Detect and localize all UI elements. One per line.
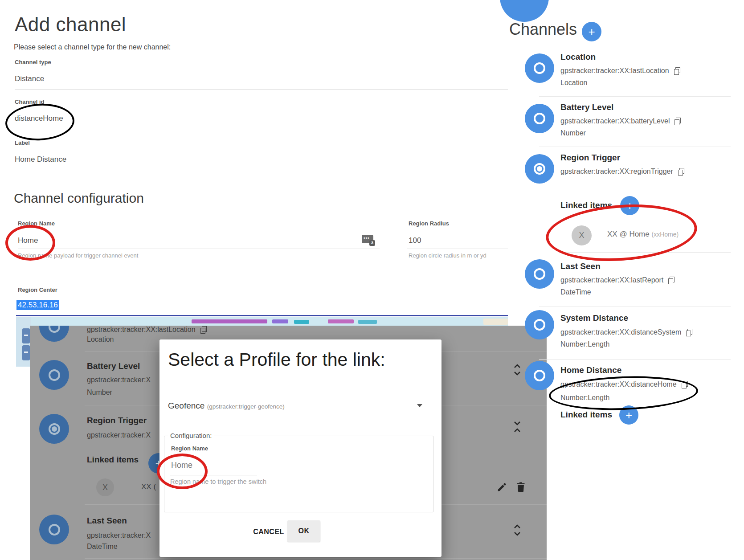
region-name-input[interactable]: Home (18, 236, 38, 245)
ring-icon (534, 62, 545, 74)
channel-type: Number:Length (560, 394, 609, 402)
profile-select[interactable]: Geofence (gpstracker:trigger-geofence) (168, 401, 285, 411)
divider (539, 359, 731, 360)
copy-icon[interactable] (675, 118, 681, 125)
linked-item-cut: XX ( (141, 482, 156, 491)
trigger-channel-icon (39, 414, 69, 444)
keyboard-badge: 3 (369, 240, 375, 246)
channel-state-icon (525, 310, 554, 339)
channel-uid: gpstracker:tracker:XX:lastReport (560, 276, 675, 284)
divider (85, 558, 547, 559)
dialog-region-name-helper: Region name to trigger the switch (170, 478, 266, 485)
region-radius-underline (407, 249, 508, 249)
dialog-region-name-underline (170, 475, 257, 475)
channel-title: Location (560, 52, 596, 62)
channel-uid-text: gpstracker:tracker:XX:batteryLevel (560, 117, 670, 125)
channel-configuration-title: Channel configuration (14, 191, 144, 206)
ring-icon (49, 326, 60, 333)
label-label: Label (15, 139, 30, 146)
item-avatar: X (96, 478, 114, 496)
divider (539, 307, 731, 307)
copy-icon[interactable] (678, 168, 684, 176)
dropdown-caret-icon[interactable] (417, 404, 422, 407)
profile-dialog: Select a Profile for the link: Geofence … (159, 339, 441, 557)
linked-item-suffix: (xxHome) (651, 231, 679, 238)
profile-select-value: Geofence (168, 401, 204, 410)
keyboard-icon[interactable]: ••• 3 (362, 235, 373, 243)
channel-uid-cut: gpstracker:tracker:X (87, 376, 151, 384)
keyboard-dots: ••• (364, 237, 370, 240)
channel-id-input[interactable]: distanceHome (15, 114, 63, 123)
channel-type: Number:Length (560, 340, 609, 348)
channel-type: Number (87, 388, 112, 396)
linked-item-name: XX @ Home (607, 230, 650, 238)
region-name-helper: Region name payload for trigger channel … (18, 252, 138, 259)
channel-id-underline (15, 129, 508, 129)
dialog-region-name-input[interactable]: Home (171, 461, 192, 470)
linked-items-header: Linked items (560, 200, 612, 210)
channel-title: Region Trigger (560, 153, 620, 163)
channel-uid-cut: gpstracker:tracker:X (87, 431, 151, 439)
channel-state-icon (525, 361, 554, 390)
add-link-button[interactable]: + (619, 405, 638, 425)
channel-title: Last Seen (560, 262, 601, 271)
label-underline (15, 170, 508, 170)
linked-item[interactable]: XX @ Home (xxHome) (607, 230, 679, 239)
copy-icon[interactable] (682, 381, 688, 388)
channel-uid-cut: gpstracker:tracker:X (87, 531, 151, 540)
ring-icon (534, 319, 545, 331)
channel-title: Home Distance (560, 365, 621, 375)
channel-uid-text: gpstracker:tracker:XX:lastLocation (560, 67, 669, 75)
copy-icon[interactable] (686, 329, 692, 336)
label-input[interactable]: Home Distance (15, 155, 66, 164)
channel-uid-text: gpstracker:tracker:XX:regionTrigger (560, 168, 673, 176)
channel-type: Location (560, 79, 588, 87)
channel-state-icon (525, 104, 554, 133)
ok-button[interactable]: OK (287, 520, 320, 542)
ring-icon (49, 369, 60, 381)
copy-icon[interactable] (668, 277, 675, 284)
ring-icon (534, 370, 545, 381)
add-channel-button[interactable]: + (582, 22, 601, 41)
trash-icon (516, 482, 525, 492)
cancel-button[interactable]: CANCEL (246, 522, 291, 542)
linked-items-header: Linked items (560, 410, 612, 420)
ring-dot-icon (49, 423, 60, 435)
region-radius-input[interactable]: 100 (409, 236, 421, 245)
channel-type-underline (15, 89, 508, 90)
divider (560, 252, 731, 253)
region-center-input[interactable]: 42.53,16.16 (16, 300, 59, 310)
profile-select-underline (168, 415, 430, 415)
ring-dot-icon (534, 163, 545, 175)
divider (539, 147, 731, 147)
ring-icon (534, 268, 545, 280)
channel-type-label: Channel type (15, 59, 51, 65)
form-subtitle: Please select a channel type for the new… (14, 43, 171, 51)
region-name-label: Region Name (18, 220, 55, 227)
channel-state-icon (525, 259, 554, 289)
channel-type: DateTime (87, 543, 118, 551)
channel-state-icon (39, 515, 69, 544)
channel-type-select[interactable]: Distance (15, 74, 44, 83)
map-control-panel (16, 317, 31, 367)
channel-state-icon (525, 53, 554, 83)
channel-uid: gpstracker:tracker:XX:batteryLevel (560, 117, 681, 125)
add-link-button[interactable]: + (620, 196, 639, 215)
channel-uid-text: gpstracker:tracker:XX:lastLocation (87, 326, 196, 334)
ring-icon (49, 524, 60, 535)
linked-items-header: Linked items (87, 455, 139, 465)
copy-icon[interactable] (674, 67, 680, 75)
region-center-underline (16, 315, 508, 316)
unfold-more-icon (512, 364, 522, 376)
channel-uid: gpstracker:tracker:XX:lastLocation (87, 326, 207, 334)
channel-title: Last Seen (87, 516, 127, 526)
channel-type: Location (87, 335, 114, 343)
channel-title: Battery Level (560, 102, 613, 112)
channel-uid-text: gpstracker:tracker:XX:lastReport (560, 276, 663, 284)
channel-id-label: Channel id (15, 98, 44, 105)
channel-title: System Distance (560, 313, 628, 323)
unfold-more-icon (512, 524, 522, 536)
channel-state-icon (39, 326, 69, 342)
edit-icon (497, 482, 507, 492)
configuration-legend: Configuration: (168, 432, 214, 439)
